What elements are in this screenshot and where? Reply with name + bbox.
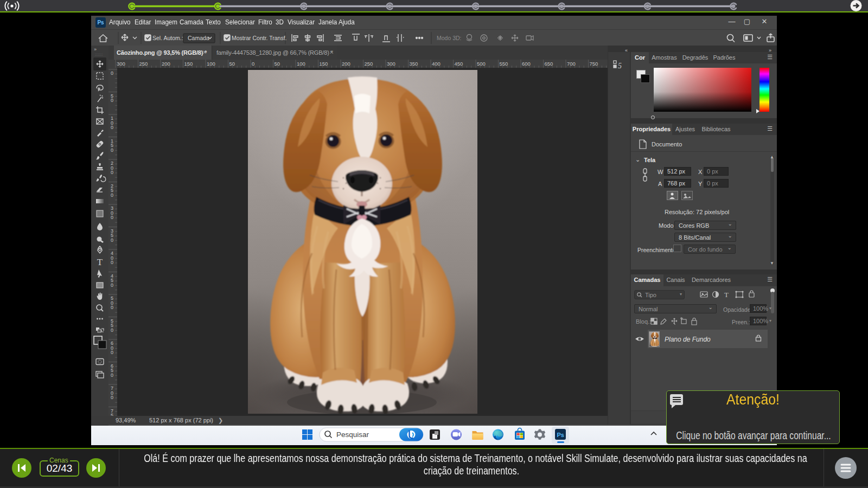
svg-text:0: 0: [111, 328, 113, 333]
svg-text:0: 0: [111, 260, 113, 265]
svg-text:0: 0: [111, 170, 113, 175]
svg-text:50: 50: [229, 61, 235, 67]
svg-text:100: 100: [297, 61, 305, 67]
svg-text:550: 550: [500, 61, 508, 67]
svg-text:Mostrar Contr. Transf.: Mostrar Contr. Transf.: [232, 35, 287, 41]
svg-text:0: 0: [111, 192, 113, 198]
svg-text:350: 350: [410, 61, 418, 67]
svg-text:5: 5: [618, 62, 622, 70]
svg-text:0: 0: [111, 237, 113, 243]
svg-text:150: 150: [320, 61, 328, 67]
svg-text:0: 0: [111, 305, 113, 310]
svg-text:0: 0: [111, 70, 113, 76]
svg-text:700: 700: [567, 61, 576, 67]
svg-text:0: 0: [252, 61, 254, 67]
svg-text:300: 300: [117, 61, 125, 67]
svg-text:0: 0: [111, 215, 113, 220]
svg-text:200: 200: [162, 61, 170, 67]
svg-text:Ps: Ps: [557, 432, 564, 438]
svg-text:150: 150: [184, 61, 193, 67]
svg-text:250: 250: [139, 61, 148, 67]
svg-text:300: 300: [387, 61, 395, 67]
svg-text:T: T: [724, 291, 729, 299]
svg-text:0: 0: [111, 98, 113, 103]
svg-text:50: 50: [275, 61, 280, 67]
svg-text:450: 450: [455, 61, 463, 67]
svg-text:0: 0: [111, 395, 113, 400]
svg-text:0: 0: [111, 147, 113, 153]
svg-text:250: 250: [365, 61, 373, 67]
svg-text:Modo 3D:: Modo 3D:: [437, 35, 462, 41]
svg-text:100: 100: [207, 61, 215, 67]
svg-text:600: 600: [522, 61, 531, 67]
svg-text:Camada: Camada: [188, 35, 209, 41]
svg-text:400: 400: [432, 61, 441, 67]
svg-text:750: 750: [590, 61, 598, 67]
svg-text:0: 0: [111, 350, 113, 355]
svg-text:0: 0: [111, 125, 113, 130]
svg-text:650: 650: [545, 61, 553, 67]
svg-text:Pesquisar: Pesquisar: [336, 431, 369, 439]
svg-text:T: T: [97, 257, 103, 267]
svg-text:200: 200: [342, 61, 350, 67]
svg-text:0: 0: [111, 373, 113, 378]
svg-text:0: 0: [111, 282, 113, 288]
svg-text:500: 500: [477, 61, 486, 67]
svg-text:Sel. Autom.:: Sel. Autom.:: [152, 35, 183, 41]
